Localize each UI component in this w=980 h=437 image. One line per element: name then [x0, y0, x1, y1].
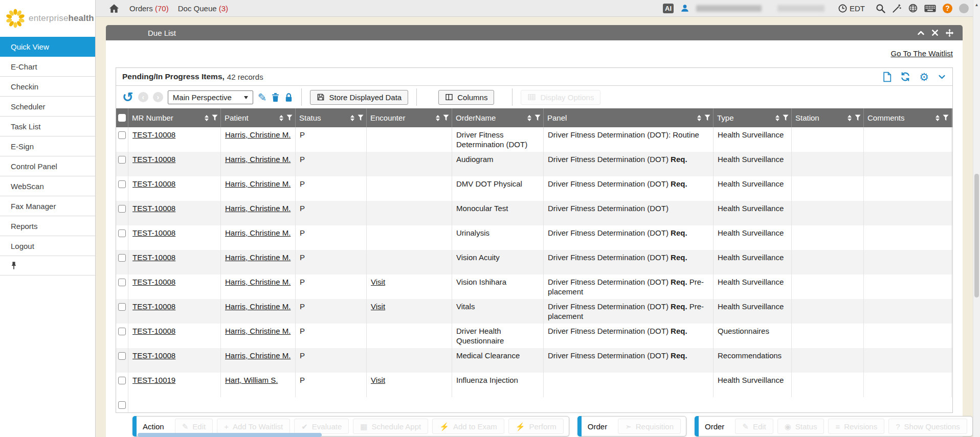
revisions-button[interactable]: ≡Revisions: [828, 419, 884, 434]
row-checkbox[interactable]: [118, 377, 126, 384]
row-checkbox[interactable]: [118, 180, 126, 188]
ai-badge[interactable]: AI: [663, 4, 674, 13]
avatar[interactable]: [959, 4, 969, 13]
sort-icon[interactable]: [775, 113, 779, 123]
move-icon[interactable]: [945, 29, 954, 37]
sort-icon[interactable]: [527, 113, 531, 123]
encounter-link[interactable]: Visit: [371, 302, 385, 311]
mr-number-link[interactable]: TEST-10008: [132, 204, 175, 213]
column-header-panel[interactable]: Panel: [544, 108, 714, 127]
patient-link[interactable]: Harris, Christine M.: [225, 253, 291, 262]
clock-icon[interactable]: [838, 4, 847, 13]
select-all-checkbox[interactable]: [118, 114, 126, 122]
refresh-icon[interactable]: [900, 72, 910, 82]
globe-icon[interactable]: [908, 4, 918, 13]
mr-number-link[interactable]: TEST-10008: [132, 302, 175, 311]
mr-number-link[interactable]: TEST-10008: [132, 278, 175, 286]
sidebar-item-webscan[interactable]: WebScan: [0, 176, 95, 196]
column-header-ordername[interactable]: OrderName: [452, 108, 544, 127]
encounter-link[interactable]: Visit: [371, 278, 385, 286]
lock-icon[interactable]: [284, 93, 293, 102]
trash-icon[interactable]: [271, 93, 280, 102]
filter-icon[interactable]: [443, 114, 449, 121]
add-to-waitlist-button[interactable]: +Add To Waitlist: [217, 419, 290, 434]
filter-icon[interactable]: [943, 114, 949, 121]
display-options-button[interactable]: Display Options: [521, 90, 600, 105]
mr-number-link[interactable]: TEST-10008: [132, 253, 175, 262]
pin-icon[interactable]: [11, 261, 17, 270]
schedule-appt-button[interactable]: ▦Schedule Appt: [353, 419, 428, 434]
patient-link[interactable]: Harris, Christine M.: [225, 155, 291, 164]
new-document-icon[interactable]: [883, 72, 892, 82]
row-checkbox[interactable]: [118, 279, 126, 286]
nav-back-icon[interactable]: ‹: [138, 92, 148, 102]
columns-button[interactable]: Columns: [438, 90, 494, 105]
sort-icon[interactable]: [436, 113, 440, 123]
sidebar-item-reports[interactable]: Reports: [0, 216, 95, 236]
sort-icon[interactable]: [350, 113, 354, 123]
filter-icon[interactable]: [286, 114, 293, 121]
edit-button[interactable]: ✎Edit: [735, 419, 773, 434]
mr-number-link[interactable]: TEST-10008: [132, 228, 175, 237]
row-checkbox[interactable]: [118, 205, 126, 213]
sort-icon[interactable]: [936, 113, 940, 123]
sidebar-item-quick-view[interactable]: Quick View: [0, 37, 95, 57]
requisition-button[interactable]: ➣Requisition: [618, 419, 681, 434]
row-checkbox[interactable]: [118, 352, 126, 360]
row-checkbox[interactable]: [118, 156, 126, 164]
column-header-comments[interactable]: Comments: [864, 108, 952, 127]
sidebar-item-scheduler[interactable]: Scheduler: [0, 97, 95, 117]
nav-orders[interactable]: Orders (70): [129, 4, 169, 13]
mr-number-link[interactable]: TEST-10008: [132, 179, 175, 188]
wand-icon[interactable]: [892, 4, 902, 13]
row-checkbox[interactable]: [118, 131, 126, 139]
encounter-link[interactable]: Visit: [371, 376, 385, 384]
sort-icon[interactable]: [205, 113, 209, 123]
filter-icon[interactable]: [855, 114, 861, 121]
evaluate-button[interactable]: ✔Evaluate: [294, 419, 349, 434]
filter-icon[interactable]: [212, 114, 218, 121]
patient-link[interactable]: Hart, William S.: [225, 376, 278, 384]
sidebar-item-task-list[interactable]: Task List: [0, 117, 95, 136]
row-checkbox[interactable]: [118, 254, 126, 262]
patient-link[interactable]: Harris, Christine M.: [225, 278, 291, 286]
perspective-select[interactable]: Main Perspective: [168, 90, 253, 104]
patient-link[interactable]: Harris, Christine M.: [225, 130, 291, 139]
nav-doc-queue[interactable]: Doc Queue (3): [178, 4, 228, 13]
perform-button[interactable]: ⚡Perform: [508, 419, 564, 434]
patient-link[interactable]: Harris, Christine M.: [225, 179, 291, 188]
mr-number-link[interactable]: TEST-10019: [132, 376, 175, 384]
add-to-exam-button[interactable]: ⚡Add to Exam: [432, 419, 504, 434]
sidebar-item-fax-manager[interactable]: Fax Manager: [0, 196, 95, 216]
sidebar-item-control-panel[interactable]: Control Panel: [0, 156, 95, 176]
home-icon[interactable]: [109, 4, 119, 13]
sidebar-item-checkin[interactable]: Checkin: [0, 77, 95, 97]
show-questions-button[interactable]: ?Show Questions: [888, 419, 967, 434]
patient-link[interactable]: Harris, Christine M.: [225, 228, 291, 237]
store-displayed-data-button[interactable]: Store Displayed Data: [310, 90, 408, 105]
column-header-station[interactable]: Station: [792, 108, 864, 127]
sidebar-item-e-sign[interactable]: E-Sign: [0, 136, 95, 156]
filter-icon[interactable]: [534, 114, 541, 121]
row-checkbox[interactable]: [118, 229, 126, 237]
status-button[interactable]: ◉Status: [777, 419, 825, 434]
sort-icon[interactable]: [279, 113, 283, 123]
edit-perspective-icon[interactable]: ✎: [258, 92, 267, 103]
horizontal-scrollbar-thumb[interactable]: [138, 433, 322, 437]
patient-link[interactable]: Harris, Christine M.: [225, 302, 291, 311]
column-header-patient[interactable]: Patient: [221, 108, 296, 127]
help-icon[interactable]: ?: [943, 4, 952, 13]
sidebar-item-e-chart[interactable]: E-Chart: [0, 57, 95, 77]
column-header-mr-number[interactable]: MR Number: [128, 108, 221, 127]
collapse-icon[interactable]: [917, 29, 925, 37]
filter-icon[interactable]: [704, 114, 710, 121]
nav-forward-icon[interactable]: ›: [153, 92, 163, 102]
mr-number-link[interactable]: TEST-10008: [132, 155, 175, 164]
close-icon[interactable]: [931, 29, 939, 36]
mr-number-link[interactable]: TEST-10008: [132, 351, 175, 360]
vertical-scrollbar-thumb[interactable]: [974, 174, 979, 297]
mr-number-link[interactable]: TEST-10008: [132, 130, 175, 139]
filter-icon[interactable]: [358, 114, 364, 121]
patient-link[interactable]: Harris, Christine M.: [225, 204, 291, 213]
vertical-scrollbar[interactable]: ▲: [973, 0, 980, 437]
